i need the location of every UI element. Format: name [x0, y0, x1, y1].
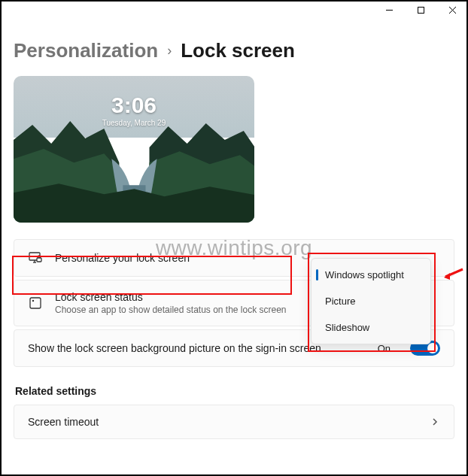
lockscreen-preview: 3:06 Tuesday, March 29: [14, 76, 254, 223]
dropdown-item-spotlight[interactable]: Windows spotlight: [311, 262, 430, 288]
preview-date: Tuesday, March 29: [14, 119, 254, 127]
dropdown-item-slideshow[interactable]: Slideshow: [311, 314, 430, 341]
preview-time: 3:06: [14, 94, 254, 117]
dropdown-item-picture[interactable]: Picture: [311, 288, 430, 314]
annotation-arrow: [442, 268, 463, 286]
maximize-button[interactable]: [415, 5, 426, 15]
svg-rect-1: [418, 7, 424, 13]
window-controls: [384, 5, 457, 15]
lockscreen-mode-dropdown[interactable]: Windows spotlight Picture Slideshow: [311, 258, 431, 344]
minimize-button[interactable]: [384, 5, 394, 15]
close-button[interactable]: [447, 5, 457, 15]
